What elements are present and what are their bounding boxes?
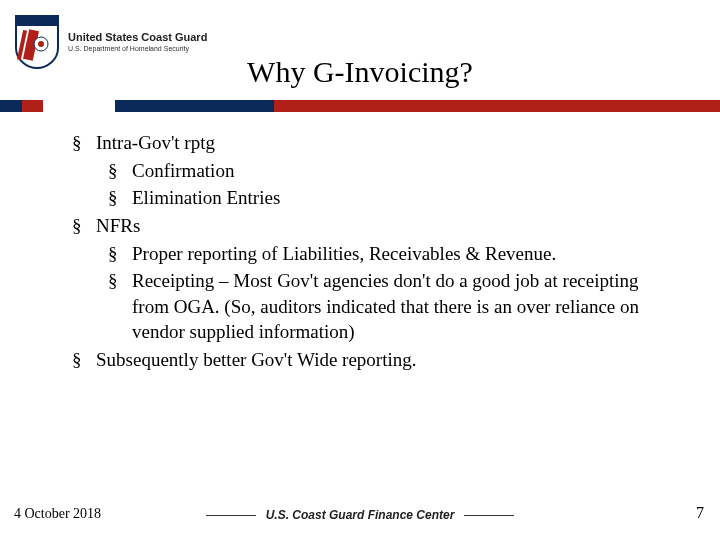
bullet-text: NFRs bbox=[96, 215, 140, 236]
bullet-text: Subsequently better Gov't Wide reporting… bbox=[96, 349, 417, 370]
list-item: NFRs Proper reporting of Liabilities, Re… bbox=[60, 213, 680, 345]
svg-rect-0 bbox=[16, 16, 58, 26]
list-item: Intra-Gov't rptg Confirmation Eliminatio… bbox=[60, 130, 680, 211]
list-item: Proper reporting of Liabilities, Receiva… bbox=[96, 241, 680, 267]
slide-content: Intra-Gov't rptg Confirmation Eliminatio… bbox=[60, 130, 680, 375]
org-title: United States Coast Guard bbox=[68, 31, 207, 43]
sub-list: Confirmation Elimination Entries bbox=[96, 158, 680, 211]
bullet-text: Receipting – Most Gov't agencies don't d… bbox=[132, 270, 639, 342]
org-text: United States Coast Guard U.S. Departmen… bbox=[68, 31, 207, 53]
slide-header: United States Coast Guard U.S. Departmen… bbox=[0, 0, 720, 100]
org-subtitle: U.S. Department of Homeland Security bbox=[68, 45, 207, 53]
list-item: Elimination Entries bbox=[96, 185, 680, 211]
list-item: Subsequently better Gov't Wide reporting… bbox=[60, 347, 680, 373]
sub-list: Proper reporting of Liabilities, Receiva… bbox=[96, 241, 680, 346]
slide-footer: 4 October 2018 U.S. Coast Guard Finance … bbox=[0, 498, 720, 522]
bullet-text: Elimination Entries bbox=[132, 187, 280, 208]
bullet-text: Confirmation bbox=[132, 160, 234, 181]
uscg-shield-icon bbox=[14, 14, 60, 70]
bullet-text: Proper reporting of Liabilities, Receiva… bbox=[132, 243, 556, 264]
list-item: Receipting – Most Gov't agencies don't d… bbox=[96, 268, 680, 345]
bullet-list: Intra-Gov't rptg Confirmation Eliminatio… bbox=[60, 130, 680, 373]
list-item: Confirmation bbox=[96, 158, 680, 184]
divider-line bbox=[464, 515, 514, 516]
footer-center: U.S. Coast Guard Finance Center bbox=[0, 508, 720, 522]
svg-point-4 bbox=[38, 41, 44, 47]
footer-center-text: U.S. Coast Guard Finance Center bbox=[266, 508, 455, 522]
bullet-text: Intra-Gov't rptg bbox=[96, 132, 215, 153]
divider-line bbox=[206, 515, 256, 516]
footer-page-number: 7 bbox=[696, 504, 704, 522]
org-logo-block: United States Coast Guard U.S. Departmen… bbox=[14, 14, 207, 70]
header-stripe bbox=[0, 100, 720, 112]
